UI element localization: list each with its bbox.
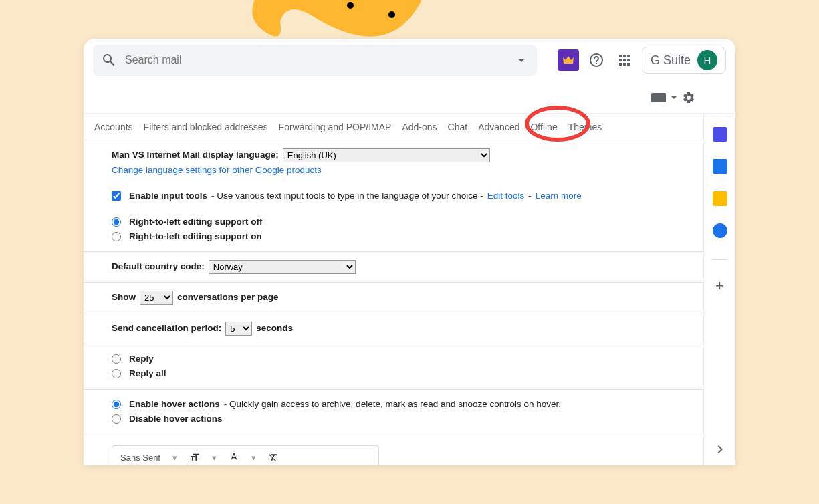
input-method-indicator-icon[interactable]: [651, 93, 666, 102]
app-window: G Suite H Accounts Filters and blocked a…: [84, 39, 735, 465]
section-undo-send: Send cancellation period: 5 seconds: [84, 313, 735, 344]
tab-offline[interactable]: Offline: [525, 122, 562, 132]
header: G Suite H: [84, 39, 735, 82]
settings-body: Man VS Internet Mail display language: E…: [84, 140, 735, 465]
gsuite-label: G Suite: [651, 53, 691, 68]
tab-themes[interactable]: Themes: [563, 122, 608, 132]
section-page-size: Show 25 conversations per page: [84, 283, 735, 313]
svg-point-1: [388, 11, 395, 18]
rtl-off-radio[interactable]: [112, 217, 121, 227]
seconds-label: seconds: [256, 322, 293, 335]
contacts-addon-icon[interactable]: [713, 223, 727, 238]
section-country-code: Default country code: Norway: [84, 252, 735, 283]
section-language: Man VS Internet Mail display language: E…: [84, 140, 735, 252]
rtl-on-radio[interactable]: [112, 232, 121, 241]
keep-addon-icon[interactable]: [713, 159, 727, 174]
side-panel: +: [703, 114, 735, 465]
send-cancel-select[interactable]: 5: [225, 322, 252, 336]
avatar: H: [697, 50, 717, 70]
disable-hover-label: Disable hover actions: [129, 412, 223, 426]
show-label: Show: [112, 291, 136, 304]
display-language-select[interactable]: English (UK): [283, 148, 490, 162]
apps-grid-icon[interactable]: [616, 52, 632, 68]
enable-hover-radio[interactable]: [112, 400, 121, 409]
font-family-select[interactable]: Sans Serif: [120, 453, 160, 463]
enable-input-tools-checkbox[interactable]: [112, 191, 121, 201]
add-addon-button[interactable]: +: [715, 277, 724, 295]
crown-badge-icon[interactable]: [558, 49, 579, 71]
reply-radio[interactable]: [112, 354, 121, 364]
help-icon[interactable]: [588, 52, 604, 68]
page-size-select[interactable]: 25: [140, 291, 173, 305]
tab-accounts[interactable]: Accounts: [89, 122, 138, 132]
learn-more-link[interactable]: Learn more: [536, 189, 582, 203]
font-toolbar: Sans Serif ▾ ▾ ▾: [112, 445, 379, 465]
settings-gear-icon[interactable]: [682, 91, 695, 104]
tasks-addon-icon[interactable]: [713, 191, 727, 206]
section-hover-actions: Enable hover actions - Quickly gain acce…: [84, 390, 735, 435]
reply-all-radio[interactable]: [112, 369, 121, 378]
calendar-addon-icon[interactable]: [713, 127, 727, 142]
input-method-dropdown-icon[interactable]: [671, 96, 677, 99]
change-language-link[interactable]: Change language settings for other Googl…: [112, 164, 322, 177]
reply-label: Reply: [129, 352, 154, 366]
section-default-reply: Reply Reply all: [84, 344, 735, 390]
search-input[interactable]: [125, 54, 529, 66]
enable-input-tools-label: Enable input tools: [129, 189, 207, 203]
settings-tabs: Accounts Filters and blocked addresses F…: [84, 114, 735, 140]
tab-chat[interactable]: Chat: [443, 122, 473, 132]
tab-forwarding[interactable]: Forwarding and POP/IMAP: [273, 122, 397, 132]
disable-hover-radio[interactable]: [112, 414, 121, 424]
country-code-select[interactable]: Norway: [209, 260, 356, 274]
toolbar-row: [84, 82, 735, 114]
search-icon: [101, 52, 117, 68]
side-panel-divider: [712, 259, 728, 260]
edit-tools-link[interactable]: Edit tools: [487, 189, 525, 203]
conversations-per-page-label: conversations per page: [177, 291, 279, 304]
text-color-icon[interactable]: [229, 452, 239, 463]
collapse-side-panel-icon[interactable]: [712, 441, 728, 457]
search-options-dropdown-icon[interactable]: [518, 59, 525, 62]
search-box[interactable]: [93, 45, 537, 76]
reply-all-label: Reply all: [129, 367, 166, 380]
display-language-label: Man VS Internet Mail display language:: [112, 148, 279, 162]
hover-desc: - Quickly gain access to archive, delete…: [224, 398, 561, 411]
svg-point-0: [347, 2, 354, 9]
enable-hover-label: Enable hover actions: [129, 398, 220, 411]
tab-advanced[interactable]: Advanced: [473, 122, 525, 132]
input-tools-desc: - Use various text input tools to type i…: [211, 189, 483, 203]
rtl-on-label: Right-to-left editing support on: [129, 230, 262, 243]
gsuite-account-button[interactable]: G Suite H: [642, 47, 726, 74]
text-size-icon[interactable]: [189, 452, 200, 463]
tab-addons[interactable]: Add-ons: [396, 122, 442, 132]
clear-formatting-icon[interactable]: [268, 452, 279, 463]
tab-filters[interactable]: Filters and blocked addresses: [138, 122, 273, 132]
send-cancel-label: Send cancellation period:: [112, 322, 221, 335]
rtl-off-label: Right-to-left editing support off: [129, 215, 262, 229]
country-code-label: Default country code:: [112, 260, 205, 273]
